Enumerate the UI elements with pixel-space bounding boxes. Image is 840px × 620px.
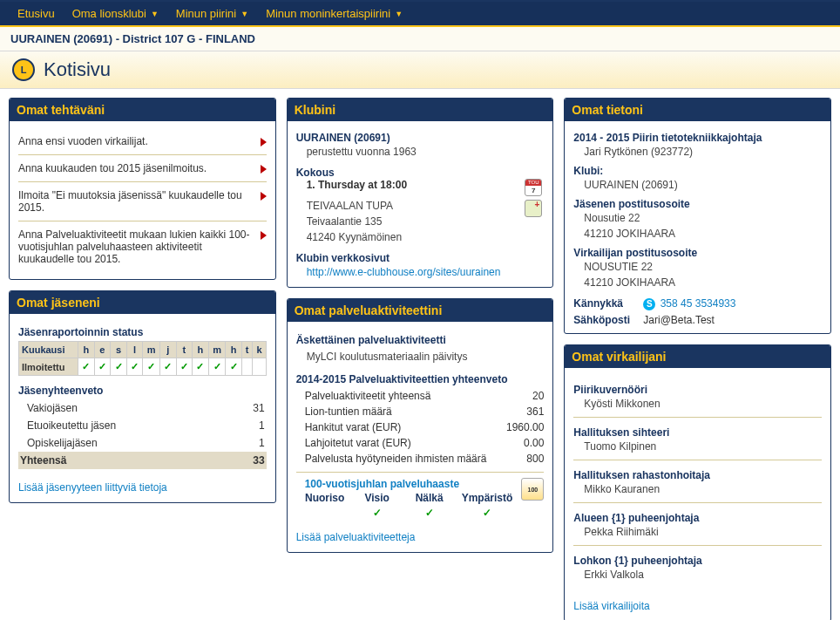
chevron-down-icon: ▼: [151, 10, 159, 18]
info-club-label: Klubi:: [573, 165, 822, 177]
members-more-link[interactable]: Lisää jäsenyyteen liittyviä tietoja: [18, 481, 167, 494]
activity-row: Lion-tuntien määrä361: [305, 404, 545, 419]
club-website-link[interactable]: http://www.e-clubhouse.org/sites/uuraine…: [307, 266, 501, 278]
activity-row: Hankitut varat (EUR)1960.00: [305, 419, 545, 435]
info-name: Jari Rytkönen (923772): [584, 144, 822, 160]
lions-logo-icon: L: [12, 58, 35, 81]
panel-members-header: Omat jäseneni: [10, 291, 275, 314]
info-member-street: Nousutie 22: [584, 210, 822, 226]
officer-item: Hallituksen rahastonhoitajaMikko Kaurane…: [573, 460, 822, 503]
member-summary-table: Vakiojäsen31Etuoikeutettu jäsen1Opiskeli…: [18, 399, 267, 469]
activity-row: Palvelusta hyötyneiden ihmisten määrä800: [305, 451, 545, 467]
officer-item: Hallituksen sihteeriTuomo Kilpinen: [573, 418, 822, 460]
panel-officers: Omat virkailijani PiirikuvernööriKyösti …: [564, 344, 831, 620]
task-text: Anna Palveluaktiviteetit mukaan lukien k…: [18, 228, 255, 265]
nav-club-label: Oma lionsklubi: [72, 7, 146, 20]
activity-row: Lahjoitetut varat (EUR)0.00: [305, 435, 545, 451]
nav-home[interactable]: Etusivu: [9, 2, 64, 25]
map-icon[interactable]: [525, 200, 542, 217]
dashboard: Omat tehtäväni Anna ensi vuoden virkaili…: [0, 89, 840, 620]
panel-club-header: Klubini: [288, 99, 553, 121]
arrow-right-icon: [261, 192, 267, 201]
nav-club[interactable]: Oma lionsklubi▼: [64, 2, 167, 25]
chevron-down-icon: ▼: [395, 10, 403, 18]
nav-multi-label: Minun moninkertaispiirini: [266, 7, 390, 20]
panel-activities: Omat palveluaktiviteettini Äskettäinen p…: [287, 298, 554, 553]
panel-activities-header: Omat palveluaktiviteettini: [288, 299, 553, 322]
officer-item: Alueen {1} puheenjohtajaPekka Riihimäki: [573, 503, 822, 546]
centennial-category: Nälkä✓: [410, 492, 450, 519]
club-meeting-label: Kokous: [296, 167, 545, 179]
recent-activity-title: Äskettäinen palveluaktiviteetti: [296, 334, 545, 346]
task-item[interactable]: Anna Palveluaktiviteetit mukaan lukien k…: [18, 221, 267, 272]
calendar-icon[interactable]: TOU7: [525, 179, 542, 196]
panel-info: Omat tietoni 2014 - 2015 Piirin tietotek…: [564, 98, 831, 334]
task-text: Anna kuukauden tou 2015 jäsenilmoitus.: [18, 162, 255, 174]
skype-icon[interactable]: S: [643, 298, 655, 310]
panel-tasks-header: Omat tehtäväni: [10, 99, 275, 121]
activity-summary-title: 2014-2015 Palveluaktiviteettien yhteenve…: [296, 373, 545, 385]
panel-tasks: Omat tehtäväni Anna ensi vuoden virkaili…: [9, 98, 276, 280]
info-member-addr-label: Jäsenen postitusosoite: [573, 198, 822, 210]
club-meeting-time: 1. Thursday at 18:00: [307, 179, 545, 191]
nav-district-label: Minun piirini: [176, 7, 236, 20]
officers-more-link[interactable]: Lisää virkailijoita: [573, 600, 649, 612]
info-email: Jari@Beta.Test: [643, 314, 822, 326]
nav-district[interactable]: Minun piirini▼: [167, 2, 257, 25]
page-title-bar: L Kotisivu: [0, 51, 840, 89]
member-report-title: Jäsenraportoinnin status: [18, 326, 267, 338]
arrow-right-icon: [261, 231, 267, 240]
officer-item: Lohkon {1} puheenjohtajaErkki Valkola: [573, 546, 822, 588]
centennial-badge-icon: 100: [521, 478, 544, 501]
activity-row: Palveluaktiviteetit yhteensä20: [305, 388, 545, 404]
panel-officers-header: Omat virkailijani: [565, 345, 830, 368]
panel-info-header: Omat tietoni: [565, 99, 830, 121]
activities-more-link[interactable]: Lisää palveluaktiviteetteja: [296, 531, 416, 543]
cal-day: 7: [525, 186, 541, 195]
info-role: 2014 - 2015 Piirin tietotekniikkajohtaja: [573, 132, 822, 144]
club-street: Teivaalantie 135: [307, 214, 545, 229]
panel-members: Omat jäseneni Jäsenraportoinnin status K…: [9, 290, 276, 503]
task-text: Anna ensi vuoden virkailijat.: [18, 135, 255, 147]
centennial-category: Visio✓: [357, 492, 397, 519]
centennial-link[interactable]: 100-vuotisjuhlan palveluhaaste: [305, 478, 459, 490]
info-mobile-label: Kännykkä: [573, 297, 643, 310]
centennial-category: Ympäristö✓: [462, 492, 513, 519]
club-name: UURAINEN (20691): [296, 132, 545, 144]
centennial-category: Nuoriso: [305, 492, 345, 519]
panel-club: Klubini UURAINEN (20691) perustettu vuon…: [287, 98, 554, 288]
info-member-city: 41210 JOKIHAARA: [584, 226, 822, 242]
officer-item: PiirikuvernööriKyösti Mikkonen: [573, 375, 822, 418]
breadcrumb: UURAINEN (20691) - District 107 G - FINL…: [0, 27, 840, 51]
club-venue: TEIVAALAN TUPA: [307, 198, 545, 214]
member-report-table: KuukausiheslmjthmhtkIlmoitettu✓✓✓✓✓✓✓✓✓✓: [18, 341, 267, 376]
task-item[interactable]: Ilmoita "Ei muutoksia jäsenissä" kuukaud…: [18, 182, 267, 221]
chevron-down-icon: ▼: [240, 10, 248, 18]
task-item[interactable]: Anna kuukauden tou 2015 jäsenilmoitus.: [18, 155, 267, 182]
club-city: 41240 Kyynämöinen: [307, 229, 545, 245]
arrow-right-icon: [261, 138, 267, 146]
info-officer-street: NOUSUTIE 22: [584, 259, 822, 275]
arrow-right-icon: [261, 165, 267, 174]
task-text: Ilmoita "Ei muutoksia jäsenissä" kuukaud…: [18, 189, 255, 214]
recent-activity-item: MyLCI koulutusmateriaalin päivitys: [307, 349, 545, 365]
nav-multi[interactable]: Minun moninkertaispiirini▼: [257, 2, 411, 25]
page-title: Kotisivu: [44, 58, 111, 81]
info-club: UURAINEN (20691): [584, 177, 822, 193]
info-officer-city: 41210 JOKIHAARA: [584, 275, 822, 290]
member-summary-title: Jäsenyhteenveto: [18, 385, 267, 397]
task-item[interactable]: Anna ensi vuoden virkailijat.: [18, 128, 267, 155]
info-email-label: Sähköposti: [573, 314, 643, 326]
club-founded: perustettu vuonna 1963: [307, 144, 545, 160]
cal-month: TOU: [525, 180, 541, 186]
club-website-label: Klubin verkkosivut: [296, 252, 545, 264]
info-mobile[interactable]: 358 45 3534933: [660, 297, 736, 310]
top-nav: Etusivu Oma lionsklubi▼ Minun piirini▼ M…: [0, 0, 840, 27]
info-officer-addr-label: Virkailijan postitusosoite: [573, 247, 822, 259]
